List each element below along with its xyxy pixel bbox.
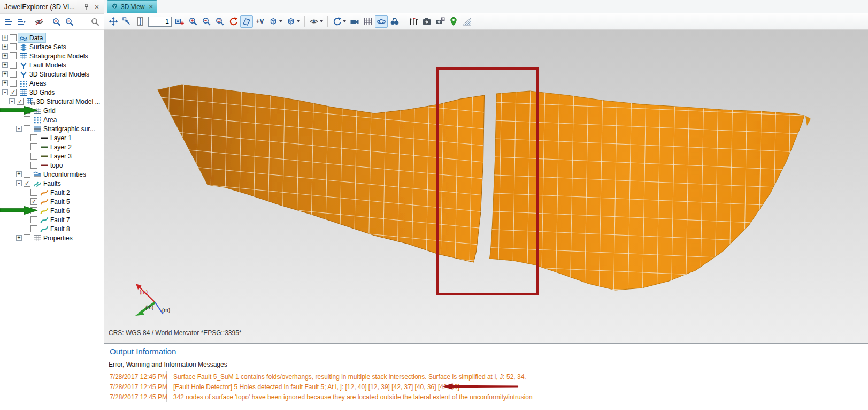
expander-icon[interactable]: - <box>16 180 22 186</box>
tree-item-fault-models[interactable]: +Fault Models <box>0 60 104 70</box>
hide-items-icon[interactable] <box>33 16 45 28</box>
geotag-icon[interactable] <box>447 15 460 28</box>
tab-3d-view[interactable]: 3D View × <box>107 0 157 13</box>
visibility-checkbox[interactable] <box>24 107 30 114</box>
tree-item-layer-1[interactable]: Layer 1 <box>0 133 104 142</box>
viewport-3d[interactable]: (m) (m) (m) CRS: WGS 84 / World Mercator… <box>104 30 868 343</box>
tree-item-label: Stratigraphic sur... <box>43 125 96 133</box>
tree-item-faults[interactable]: -✓Faults <box>0 179 104 188</box>
tree-item-layer-2[interactable]: Layer 2 <box>0 142 104 151</box>
tree-item-3d-structural-models[interactable]: +3D Structural Models <box>0 70 104 79</box>
message-row[interactable]: 7/28/2017 12:45 PM342 nodes of surface '… <box>104 392 868 402</box>
viewport-grid-icon[interactable] <box>362 15 374 28</box>
panel-close-icon[interactable]: × <box>93 3 101 11</box>
record-movie-icon[interactable] <box>348 15 361 28</box>
tree-item-grid[interactable]: Grid <box>0 106 104 115</box>
markers-icon[interactable] <box>407 15 420 28</box>
zoom-out-icon[interactable] <box>64 16 75 28</box>
expander-icon[interactable]: + <box>2 35 8 41</box>
visibility-menu-icon[interactable] <box>308 15 325 28</box>
zoom-in-icon[interactable] <box>187 15 199 28</box>
expander-icon[interactable]: + <box>2 71 8 77</box>
snapshot-icon[interactable] <box>420 15 433 28</box>
expander-icon[interactable]: + <box>16 171 22 177</box>
expander-icon[interactable]: + <box>16 235 22 241</box>
visibility-checkbox[interactable] <box>30 134 37 141</box>
visibility-checkbox[interactable] <box>10 71 17 78</box>
search-icon[interactable] <box>89 16 101 28</box>
tree-item-label: Layer 3 <box>50 153 73 160</box>
expander-icon[interactable]: + <box>2 80 8 86</box>
clip-plane-icon[interactable] <box>240 15 253 28</box>
tree-item-fault-2[interactable]: Fault 2 <box>0 188 104 197</box>
expander-icon[interactable]: + <box>2 53 8 59</box>
vertical-profile-button[interactable]: +V <box>254 15 266 28</box>
visibility-checkbox[interactable] <box>30 225 37 232</box>
snapshot-grid-icon[interactable] <box>434 15 447 28</box>
visibility-checkbox[interactable] <box>30 162 37 169</box>
visibility-checkbox[interactable] <box>24 234 30 241</box>
visibility-checkbox[interactable] <box>10 52 17 59</box>
cube-icon <box>111 3 118 11</box>
tree-item-layer-3[interactable]: Layer 3 <box>0 151 104 161</box>
visibility-checkbox[interactable] <box>10 80 17 87</box>
visibility-checkbox[interactable]: ✓ <box>17 98 24 105</box>
visibility-checkbox[interactable] <box>24 171 30 178</box>
visibility-checkbox[interactable] <box>24 116 30 123</box>
collapse-tree-icon[interactable] <box>3 16 14 28</box>
visibility-checkbox[interactable] <box>30 216 37 223</box>
tree-item-areas[interactable]: +Areas <box>0 79 104 88</box>
spin-view-icon[interactable] <box>331 15 348 28</box>
find-view-icon[interactable] <box>388 15 401 28</box>
display-mode-icon[interactable] <box>285 15 302 28</box>
expander-icon[interactable]: + <box>2 62 8 68</box>
view-orientation-icon[interactable] <box>267 15 284 28</box>
add-overlay-icon[interactable] <box>173 15 186 28</box>
zoom-window-icon[interactable] <box>213 15 226 28</box>
tree-item-fault-8[interactable]: Fault 8 <box>0 224 104 233</box>
tree-item-3d-grids[interactable]: -✓3D Grids <box>0 88 104 97</box>
visibility-checkbox[interactable] <box>30 207 37 214</box>
message-row[interactable]: 7/28/2017 12:45 PMSurface Fault 5_SuM 1 … <box>104 371 868 382</box>
tree-item-area[interactable]: Area <box>0 115 104 124</box>
message-row[interactable]: 7/28/2017 12:45 PM[Fault Hole Detector] … <box>104 382 868 392</box>
rotate-view-icon[interactable] <box>227 15 240 28</box>
tree-item-stratigraphic-sur[interactable]: -Stratigraphic sur... <box>0 124 104 133</box>
visibility-checkbox[interactable] <box>10 43 17 50</box>
visibility-checkbox[interactable] <box>24 125 30 132</box>
zoom-extents-icon[interactable] <box>120 15 133 28</box>
tree-item-3d-structural-model[interactable]: -✓3D Structural Model ... <box>0 97 104 106</box>
zoom-out-icon[interactable] <box>200 15 213 28</box>
expander-icon[interactable]: - <box>2 89 8 95</box>
visibility-checkbox[interactable]: ✓ <box>30 198 37 205</box>
vertical-exaggeration-input[interactable] <box>148 17 172 27</box>
zoom-in-icon[interactable] <box>51 16 63 28</box>
tree-item-fault-6[interactable]: Fault 6 <box>0 206 104 215</box>
expand-tree-icon[interactable] <box>16 16 27 28</box>
tree-item-data[interactable]: +Data <box>0 33 104 42</box>
tree-item-topo[interactable]: topo <box>0 161 104 170</box>
tree-item-fault-5[interactable]: ✓Fault 5 <box>0 197 104 206</box>
tab-close-icon[interactable]: × <box>149 3 153 11</box>
expander-icon[interactable]: - <box>16 126 22 132</box>
tree-item-stratigraphic-models[interactable]: +Stratigraphic Models <box>0 51 104 60</box>
expander-icon[interactable]: + <box>2 44 8 50</box>
visibility-checkbox[interactable]: ✓ <box>24 180 30 187</box>
tree-item-surface-sets[interactable]: +Surface Sets <box>0 42 104 51</box>
expander-icon[interactable]: - <box>9 98 15 104</box>
pin-icon[interactable] <box>82 3 90 11</box>
visibility-checkbox[interactable] <box>30 153 37 160</box>
slope-analysis-icon[interactable] <box>460 15 473 28</box>
visibility-checkbox[interactable] <box>30 189 37 196</box>
visibility-checkbox[interactable] <box>30 143 37 150</box>
visibility-checkbox[interactable] <box>10 62 17 69</box>
tree-item-fault-7[interactable]: Fault 7 <box>0 215 104 224</box>
expander-spacer <box>23 189 29 195</box>
visibility-checkbox[interactable] <box>10 34 17 41</box>
visibility-checkbox[interactable]: ✓ <box>10 89 17 96</box>
pan-view-icon[interactable] <box>107 15 120 28</box>
vertical-exaggeration-icon[interactable] <box>134 15 147 28</box>
orbit-mode-icon[interactable] <box>375 15 388 28</box>
tree-item-properties[interactable]: +Properties <box>0 233 104 242</box>
tree-item-unconformities[interactable]: +Unconformities <box>0 170 104 179</box>
